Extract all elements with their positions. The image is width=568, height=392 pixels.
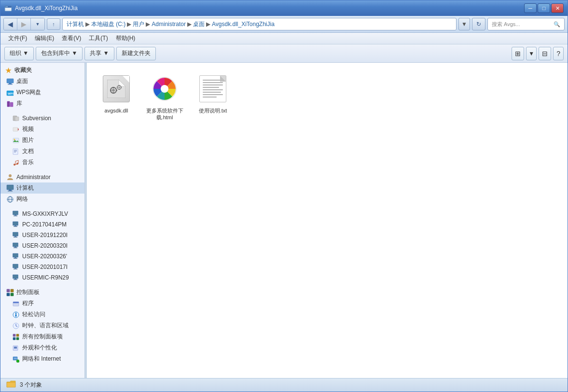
svg-marker-14 (18, 128, 19, 131)
search-box[interactable]: 搜索 Avgs... 🔍 (487, 18, 565, 30)
breadcrumb-desktop[interactable]: 桌面 (193, 20, 205, 28)
svg-rect-56 (7, 289, 10, 292)
window: Avgsdk.dll_XiTongZhiJia ─ □ ✕ ◀ ▶ ▼ ↑ 计算… (0, 0, 568, 392)
nav-buttons: ◀ ▶ ▼ (3, 18, 45, 30)
menu-help[interactable]: 帮助(H) (112, 33, 139, 44)
sidebar-item-wps[interactable]: WPS WPS网盘 (0, 87, 84, 98)
sidebar-item-network[interactable]: 网络 (0, 194, 84, 205)
sidebar-item-video[interactable]: 视频 (0, 124, 84, 135)
svg-rect-55 (14, 280, 17, 280)
sidebar-item-administrator[interactable]: Administrator (0, 172, 84, 182)
svg-rect-9 (7, 101, 10, 107)
up-button[interactable]: ↑ (47, 18, 60, 30)
sidebar-item-library[interactable]: 库 (0, 98, 84, 109)
dll-file-icon (103, 75, 130, 102)
sidebar-item-appearance[interactable]: 外观和个性化 (0, 342, 84, 353)
sidebar-item-pictures[interactable]: 图片 (0, 135, 84, 146)
window-controls: ─ □ ✕ (524, 3, 564, 13)
view-dropdown-button[interactable]: ▼ (526, 47, 537, 60)
address-dropdown[interactable]: ▼ (458, 18, 470, 30)
file-item-txt[interactable]: 使用说明.txt (191, 70, 235, 124)
svg-rect-68 (13, 334, 15, 336)
toolbar-include-library[interactable]: 包含到库中 ▼ (36, 47, 83, 60)
dropdown-button[interactable]: ▼ (31, 18, 44, 30)
sidebar-item-ms-gx[interactable]: MS-GXKIXRYJLV (0, 209, 84, 219)
menu-view[interactable]: 查看(V) (58, 33, 85, 44)
sidebar-item-user-2019[interactable]: USER-20191220I (0, 230, 84, 240)
breadcrumb-admin[interactable]: Administrator (152, 21, 186, 28)
help-button[interactable]: ? (553, 47, 564, 60)
sidebar-item-ease-access[interactable]: 轻松访问 (0, 309, 84, 320)
txt-file-icon (199, 75, 226, 102)
sidebar-item-desktop[interactable]: 桌面 (0, 76, 84, 87)
svg-rect-44 (13, 243, 18, 247)
view-toggle-button[interactable]: ⊞ (512, 47, 524, 60)
desktop-icon (6, 78, 14, 85)
svg-point-16 (14, 139, 15, 140)
sidebar-item-computer[interactable]: 计算机 (0, 182, 84, 194)
sidebar-item-subversion[interactable]: Subversion (0, 113, 84, 124)
svg-rect-89 (117, 87, 118, 88)
subversion-icon (12, 114, 20, 122)
svg-rect-61 (13, 302, 19, 303)
svg-point-28 (9, 174, 12, 177)
sidebar-system-section: Administrator 计算机 (0, 170, 84, 207)
breadcrumb-disk[interactable]: 本地磁盘 (C:) (91, 20, 125, 28)
svg-rect-43 (14, 237, 17, 238)
sidebar-item-usermic[interactable]: USERMIC-R9N29 (0, 272, 84, 283)
sidebar-item-music[interactable]: 音乐 (0, 157, 84, 168)
sidebar-item-programs[interactable]: 程序 (0, 298, 84, 309)
toolbar-share[interactable]: 共享 ▼ (84, 47, 114, 60)
sidebar-item-pc-2017[interactable]: PC-20170414PM (0, 219, 84, 230)
file-item-avgsdk[interactable]: avgsdk.dll (95, 70, 138, 124)
breadcrumb-users[interactable]: 用户 (133, 20, 144, 28)
programs-icon (12, 300, 20, 308)
status-count: 3 个对象 (20, 381, 42, 389)
toolbar-new-folder[interactable]: 新建文件夹 (116, 47, 156, 60)
svg-rect-48 (14, 257, 16, 258)
svg-point-3 (7, 6, 8, 7)
svg-rect-50 (13, 264, 18, 268)
breadcrumb-folder[interactable]: Avgsdk.dll_XiTongZhiJia (212, 21, 275, 28)
breadcrumb-computer[interactable]: 计算机 (67, 20, 84, 28)
svg-rect-52 (14, 269, 17, 270)
sidebar-item-user-20201017[interactable]: USER-20201017I (0, 262, 84, 272)
sidebar-item-clock-lang[interactable]: 时钟、语言和区域 (0, 320, 84, 331)
svg-rect-81 (113, 87, 114, 88)
window-icon (4, 4, 12, 12)
close-button[interactable]: ✕ (551, 3, 564, 13)
svg-point-92 (161, 85, 168, 93)
status-folder-icon (6, 380, 16, 390)
sidebar-item-user-20200320[interactable]: USER-20200320I (0, 240, 84, 251)
network-comp-icon-1 (12, 210, 20, 218)
sidebar-item-network-internet[interactable]: 网络和 Internet (0, 353, 84, 364)
back-button[interactable]: ◀ (4, 18, 17, 30)
network-comp-icon-6 (12, 263, 20, 271)
file-label-html: 更多系统软件下载.html (146, 107, 183, 121)
svg-rect-45 (14, 247, 16, 248)
svg-rect-30 (9, 190, 12, 191)
documents-icon (12, 148, 20, 155)
preview-pane-button[interactable]: ⊟ (539, 47, 551, 60)
svg-rect-47 (13, 253, 18, 257)
refresh-button[interactable]: ↻ (472, 18, 485, 30)
network-comp-icon-7 (12, 274, 20, 281)
ease-access-icon (12, 311, 20, 319)
window-title: Avgsdk.dll_XiTongZhiJia (15, 5, 524, 12)
svg-rect-40 (14, 226, 17, 227)
sidebar-item-control-panel[interactable]: 控制面板 (0, 287, 84, 298)
minimize-button[interactable]: ─ (524, 3, 537, 13)
forward-button[interactable]: ▶ (17, 18, 31, 30)
svg-rect-18 (13, 149, 18, 154)
file-item-html[interactable]: 更多系统软件下载.html (143, 70, 186, 124)
address-bar[interactable]: 计算机 ▶ 本地磁盘 (C:) ▶ 用户 ▶ Administrator ▶ 桌… (62, 18, 457, 30)
menu-edit[interactable]: 编辑(E) (31, 33, 58, 44)
sidebar-item-user-20200326[interactable]: USER-20200326' (0, 251, 84, 262)
menu-file[interactable]: 文件(F) (4, 33, 31, 44)
sidebar-item-documents[interactable]: 文档 (0, 146, 84, 157)
svg-rect-6 (8, 84, 13, 85)
maximize-button[interactable]: □ (538, 3, 550, 13)
toolbar-organize[interactable]: 组织 ▼ (4, 47, 34, 60)
sidebar-item-all-control[interactable]: 所有控制面板项 (0, 331, 84, 342)
menu-tools[interactable]: 工具(T) (85, 33, 111, 44)
